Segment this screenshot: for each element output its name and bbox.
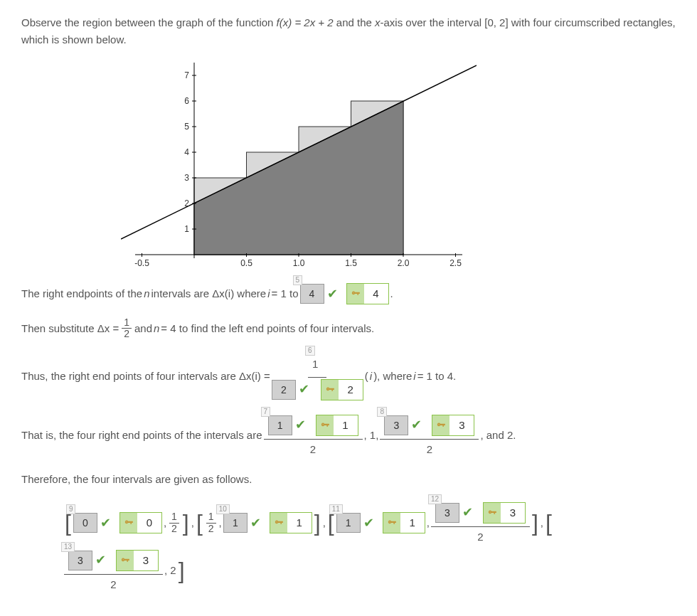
key-icon xyxy=(321,380,339,400)
key-12[interactable]: 3 xyxy=(483,502,526,524)
check-icon: ✔ xyxy=(324,284,341,304)
key-6[interactable]: 2 xyxy=(321,379,363,400)
answer-7[interactable]: 7 1 ✔ xyxy=(268,415,309,435)
key-icon xyxy=(383,513,400,533)
svg-text:2.0: 2.0 xyxy=(398,258,410,268)
check-icon: ✔ xyxy=(92,551,109,570)
key-icon xyxy=(117,551,134,570)
key-5[interactable]: 4 xyxy=(346,283,389,304)
key-icon xyxy=(120,513,137,533)
key-10[interactable]: 1 xyxy=(270,512,312,533)
answer-9[interactable]: 9 0 ✔ xyxy=(73,513,114,533)
para-substitute: Then substitute Δx = 12 and n = 4 to fin… xyxy=(21,317,676,340)
check-icon: ✔ xyxy=(361,513,377,533)
svg-text:7: 7 xyxy=(184,70,189,80)
para-four-points: That is, the four right end points of th… xyxy=(21,413,676,458)
key-icon xyxy=(484,503,501,523)
intro-text: Observe the region between the graph of … xyxy=(21,14,676,48)
svg-text:6: 6 xyxy=(184,96,189,106)
para-thus: Thus, the right end points of four inter… xyxy=(21,353,676,400)
key-icon xyxy=(316,415,334,435)
para-right-endpoints: The right endpoints of the n intervals a… xyxy=(21,283,676,304)
key-8[interactable]: 3 xyxy=(432,415,474,436)
graph: -0.5 0.5 1.0 1.5 2.0 2.5 1 2 3 4 5 6 7 xyxy=(121,55,676,269)
answer-6[interactable]: 6 1 xyxy=(312,354,322,374)
answer-8[interactable]: 8 3 ✔ xyxy=(384,415,425,435)
answer-12[interactable]: 12 3 ✔ xyxy=(435,503,476,523)
svg-text:2: 2 xyxy=(184,198,189,208)
svg-text:1.0: 1.0 xyxy=(293,258,305,268)
svg-text:4: 4 xyxy=(184,147,189,157)
check-icon: ✔ xyxy=(292,415,309,435)
svg-text:1: 1 xyxy=(184,224,189,234)
svg-text:2.5: 2.5 xyxy=(449,258,462,268)
key-9[interactable]: 0 xyxy=(119,512,162,533)
key-11[interactable]: 1 xyxy=(383,512,425,533)
answer-5[interactable]: 5 4 ✔ xyxy=(300,284,341,304)
xtick: -0.5 xyxy=(134,258,149,268)
intervals-row: [ 9 0 ✔ 0 , 12 ] , [ 12 , 10 1 ✔ 1 ] , [… xyxy=(64,501,676,546)
key-icon xyxy=(270,513,287,533)
svg-text:3: 3 xyxy=(184,173,189,183)
key-13[interactable]: 3 xyxy=(116,550,159,571)
check-icon: ✔ xyxy=(97,513,114,533)
check-icon: ✔ xyxy=(408,415,425,435)
check-icon: ✔ xyxy=(296,380,312,400)
key-icon xyxy=(347,284,364,304)
key-7[interactable]: 1 xyxy=(316,415,358,436)
answer-6b[interactable]: 2 ✔ xyxy=(272,380,312,400)
check-icon: ✔ xyxy=(459,503,476,523)
svg-text:1.5: 1.5 xyxy=(345,258,357,268)
para-therefore: Therefore, the four intervals are given … xyxy=(21,471,676,488)
key-icon xyxy=(432,415,449,435)
svg-text:5: 5 xyxy=(184,122,189,132)
svg-text:0.5: 0.5 xyxy=(240,258,252,268)
answer-10[interactable]: 10 1 ✔ xyxy=(223,513,264,533)
answer-13[interactable]: 13 3 ✔ xyxy=(68,551,109,570)
intervals-row-2: 13 3 ✔ 3 2 , 2 ] xyxy=(64,548,676,593)
check-icon: ✔ xyxy=(248,513,264,533)
answer-11[interactable]: 11 1 ✔ xyxy=(336,513,377,533)
